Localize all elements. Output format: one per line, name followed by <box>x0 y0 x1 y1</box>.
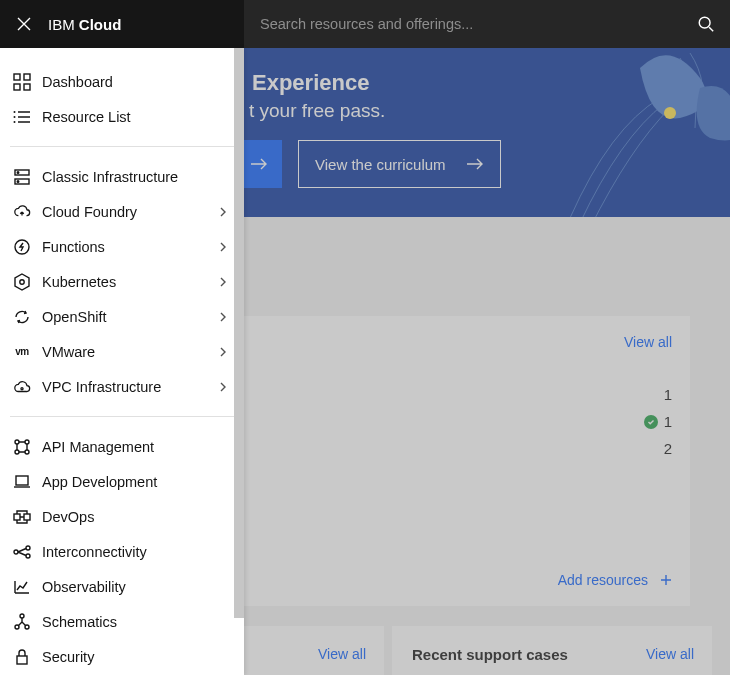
sidebar-item-classic-infrastructure[interactable]: Classic Infrastructure <box>0 159 244 194</box>
svg-point-15 <box>21 387 23 389</box>
svg-point-25 <box>26 554 30 558</box>
brand[interactable]: IBM Cloud <box>48 16 121 33</box>
svg-point-30 <box>664 107 676 119</box>
count-row: 1 <box>644 413 672 430</box>
laptop-icon <box>12 472 32 492</box>
svg-point-26 <box>20 614 24 618</box>
sidebar-item-schematics[interactable]: Schematics <box>0 604 244 639</box>
view-all-link[interactable]: View all <box>646 646 694 662</box>
chart-icon <box>12 577 32 597</box>
sidebar-item-security[interactable]: Security <box>0 639 244 674</box>
bolt-icon <box>12 237 32 257</box>
status-ok-icon <box>644 415 658 429</box>
scrollbar[interactable] <box>234 48 244 618</box>
brand-bold: Cloud <box>79 16 122 33</box>
svg-point-18 <box>15 450 19 454</box>
search-placeholder: Search resources and offerings... <box>260 16 473 32</box>
svg-point-11 <box>17 180 19 182</box>
sidebar-item-label: Security <box>42 649 228 665</box>
sidebar-item-label: Classic Infrastructure <box>42 169 228 185</box>
sidebar-item-interconnectivity[interactable]: Interconnectivity <box>0 534 244 569</box>
sidebar-item-resource-list[interactable]: Resource List <box>0 99 244 134</box>
svg-point-23 <box>14 550 18 554</box>
sidebar-group-a: Dashboard Resource List <box>0 48 244 142</box>
sidebar-item-openshift[interactable]: OpenShift <box>0 299 244 334</box>
svg-point-24 <box>26 546 30 550</box>
svg-point-17 <box>25 440 29 444</box>
sidebar-item-vmware[interactable]: vm VMware <box>0 334 244 369</box>
chevron-right-icon <box>218 347 228 357</box>
count-row: 1 <box>664 386 672 403</box>
sidebar-item-observability[interactable]: Observability <box>0 569 244 604</box>
devops-icon <box>12 507 32 527</box>
sidebar-item-vpc-infrastructure[interactable]: VPC Infrastructure <box>0 369 244 404</box>
svg-rect-22 <box>24 514 30 520</box>
svg-rect-4 <box>24 84 30 90</box>
svg-rect-1 <box>14 74 20 80</box>
sidebar-item-label: Observability <box>42 579 228 595</box>
sidebar-item-label: Functions <box>42 239 218 255</box>
schema-icon <box>12 612 32 632</box>
sidebar-group-c: API Management App Development DevOps In… <box>0 421 244 675</box>
cloud-icon <box>12 377 32 397</box>
sidebar-item-label: DevOps <box>42 509 228 525</box>
sidebar-item-dashboard[interactable]: Dashboard <box>0 64 244 99</box>
divider <box>10 416 234 417</box>
sidebar-item-kubernetes[interactable]: Kubernetes <box>0 264 244 299</box>
chevron-right-icon <box>218 207 228 217</box>
svg-point-16 <box>15 440 19 444</box>
sidebar-item-devops[interactable]: DevOps <box>0 499 244 534</box>
sidebar-item-label: Interconnectivity <box>42 544 228 560</box>
list-icon <box>12 107 32 127</box>
svg-rect-21 <box>14 514 20 520</box>
connect-icon <box>12 542 32 562</box>
hex-icon <box>12 272 32 292</box>
lock-icon <box>12 647 32 667</box>
divider <box>10 146 234 147</box>
sidebar: Dashboard Resource List Classic Infrastr… <box>0 48 244 675</box>
svg-point-5 <box>14 111 16 113</box>
search-input[interactable]: Search resources and offerings... <box>244 0 682 48</box>
sidebar-item-label: Schematics <box>42 614 228 630</box>
support-cases-card: Recent support cases View all <box>392 626 712 675</box>
hero-title: Experience <box>252 70 369 96</box>
brand-prefix: IBM <box>48 16 79 33</box>
main: Experience t your free pass. View the cu… <box>244 48 730 675</box>
view-curriculum-button[interactable]: View the curriculum <box>298 140 501 188</box>
sidebar-item-api-management[interactable]: API Management <box>0 429 244 464</box>
hero-subtitle: t your free pass. <box>249 100 385 122</box>
svg-point-7 <box>14 121 16 123</box>
primary-button[interactable] <box>244 140 282 188</box>
sidebar-item-functions[interactable]: Functions <box>0 229 244 264</box>
sidebar-item-label: OpenShift <box>42 309 218 325</box>
hero-art <box>550 48 730 217</box>
sidebar-item-app-development[interactable]: App Development <box>0 464 244 499</box>
view-all-link[interactable]: View all <box>318 646 366 662</box>
close-menu-button[interactable] <box>0 0 48 48</box>
chevron-right-icon <box>218 242 228 252</box>
svg-rect-3 <box>14 84 20 90</box>
arrow-right-icon <box>466 157 484 171</box>
sidebar-item-label: VPC Infrastructure <box>42 379 218 395</box>
sidebar-item-cloud-foundry[interactable]: Cloud Foundry <box>0 194 244 229</box>
svg-rect-2 <box>24 74 30 80</box>
topbar: IBM Cloud Search resources and offerings… <box>0 0 730 48</box>
svg-point-6 <box>14 116 16 118</box>
button-label: View the curriculum <box>315 156 446 173</box>
view-all-link[interactable]: View all <box>624 334 672 350</box>
dashboard-icon <box>12 72 32 92</box>
resource-counts: 1 1 2 <box>644 386 672 457</box>
search-icon[interactable] <box>682 0 730 48</box>
svg-point-19 <box>25 450 29 454</box>
arrow-right-icon <box>250 157 268 171</box>
chevron-right-icon <box>218 277 228 287</box>
server-icon <box>12 167 32 187</box>
sidebar-item-label: App Development <box>42 474 228 490</box>
add-resources-link[interactable]: Add resources <box>558 572 672 588</box>
svg-point-14 <box>20 279 24 283</box>
sidebar-item-label: Resource List <box>42 109 228 125</box>
close-icon <box>16 16 32 32</box>
sidebar-item-label: API Management <box>42 439 228 455</box>
sidebar-item-label: Dashboard <box>42 74 228 90</box>
api-icon <box>12 437 32 457</box>
